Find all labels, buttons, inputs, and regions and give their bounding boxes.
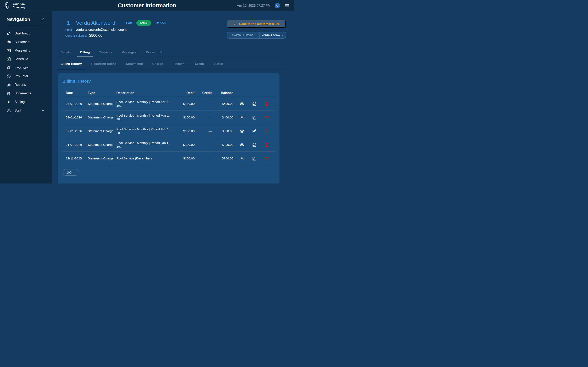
email-value: verda-altenwerth@example.nonono: [76, 28, 127, 31]
table-row: 01-07-2026 Statement Charge Pool Service…: [62, 138, 275, 152]
caret-down-icon: [281, 34, 284, 36]
balance-label: Current Balance:: [65, 34, 87, 37]
switch-customer-label[interactable]: Switch Customer: [227, 32, 259, 38]
view-row-button[interactable]: [240, 115, 244, 120]
edit-row-button[interactable]: [252, 115, 257, 120]
col-debit: Debit: [177, 91, 196, 95]
sidebar-item-dashboard[interactable]: Dashboard: [0, 29, 52, 38]
tab-details[interactable]: Details: [58, 50, 74, 57]
home-icon: [7, 31, 11, 36]
sidebar-item-messaging[interactable]: Messaging: [0, 46, 52, 55]
gear-icon: [7, 100, 11, 104]
billing-subtabs: Billing History Recurring Billing Statem…: [58, 57, 286, 69]
customer-balance-row: Current Balance: $500.00: [65, 33, 165, 38]
delete-row-button[interactable]: [264, 142, 269, 147]
customer-header: Verda Altenwerth Edit Active Cancel Emai…: [58, 20, 286, 39]
sidebar-item-inventory[interactable]: Inventory: [0, 63, 52, 72]
trash-icon: [264, 129, 269, 133]
cancel-link[interactable]: Cancel: [156, 21, 165, 25]
customer-name: Verda Altenwerth: [76, 20, 117, 26]
staff-icon: [7, 108, 11, 113]
edit-row-button[interactable]: [252, 101, 257, 106]
subtab-status[interactable]: Status: [210, 62, 226, 69]
pencil-square-icon: [252, 129, 257, 133]
eye-icon: [240, 142, 244, 147]
dollar-circle-icon: $: [7, 74, 11, 78]
table-row: 12-11-2025 Statement Charge Pool Service…: [62, 152, 275, 165]
view-row-button[interactable]: [240, 129, 244, 133]
view-row-button[interactable]: [240, 101, 244, 106]
switch-customer-value[interactable]: Verda Altenw: [259, 32, 286, 38]
delete-row-button[interactable]: [264, 101, 269, 106]
billing-history-card: Billing History Date Type Description De…: [58, 73, 279, 184]
table-row: 02-01-2026 Statement Charge Pool Service…: [62, 124, 275, 138]
delete-row-button[interactable]: [264, 115, 269, 120]
envelope-icon: [7, 48, 11, 53]
close-icon[interactable]: [41, 17, 45, 21]
tab-messages[interactable]: Messages: [119, 50, 139, 57]
sidebar-item-staff[interactable]: Staff: [0, 106, 52, 115]
subtab-charge[interactable]: Charge: [149, 62, 166, 69]
col-date: Date: [62, 91, 86, 95]
col-balance: Balance: [213, 91, 234, 95]
edit-row-button[interactable]: [252, 156, 257, 161]
sidebar-item-reports[interactable]: Reports: [0, 81, 52, 89]
back-to-customers-button[interactable]: Back to the customer's list.: [227, 20, 286, 28]
table-row: 04-01-2026 Statement Charge Pool Service…: [62, 97, 275, 111]
eye-icon: [240, 129, 244, 133]
col-credit: Credit: [196, 91, 213, 95]
pencil-square-icon: [252, 142, 257, 147]
subtab-recurring-billing[interactable]: Recurring Billing: [88, 62, 120, 69]
sidebar-divider: [7, 26, 45, 26]
eye-icon: [240, 101, 244, 106]
user-avatar[interactable]: O: [275, 3, 280, 8]
table-header-row: Date Type Description Debit Credit Balan…: [62, 89, 275, 97]
email-label: Email:: [65, 28, 73, 31]
pencil-icon: [121, 21, 125, 25]
subtab-payment[interactable]: Payment: [170, 62, 189, 69]
sidebar-item-schedule[interactable]: Schedule: [0, 55, 52, 63]
trash-icon: [264, 142, 269, 147]
customers-icon: [7, 40, 11, 44]
view-row-button[interactable]: [240, 142, 244, 147]
sidebar-item-statements[interactable]: Statements: [0, 89, 52, 98]
page-size-dropdown[interactable]: 100: [62, 169, 79, 175]
hamburger-menu-icon[interactable]: [284, 3, 290, 8]
status-badge: Active: [136, 20, 151, 26]
top-bar: Your Pool Company Customer Information A…: [0, 0, 294, 11]
trash-icon: [264, 156, 269, 161]
app-window: Your Pool Company Customer Information A…: [0, 0, 294, 184]
sidebar-item-customers[interactable]: Customers: [0, 38, 52, 46]
subtab-billing-history[interactable]: Billing History: [58, 62, 85, 69]
edit-row-button[interactable]: [252, 129, 257, 133]
trash-icon: [264, 101, 269, 106]
trash-icon: [264, 115, 269, 120]
caret-down-icon: [74, 171, 76, 174]
clipboard-check-icon: [7, 66, 11, 70]
switch-customer-button[interactable]: Switch Customer Verda Altenw: [227, 32, 286, 39]
tab-passwords[interactable]: Passwords: [143, 50, 165, 57]
customer-person-icon: [65, 20, 71, 26]
edit-row-button[interactable]: [252, 142, 257, 147]
tab-services[interactable]: Services: [96, 50, 115, 57]
delete-row-button[interactable]: [264, 156, 269, 161]
col-type: Type: [86, 91, 115, 95]
company-logo[interactable]: Your Pool Company: [0, 1, 52, 10]
sidebar-item-pay-total[interactable]: $ Pay Total: [0, 72, 52, 81]
eye-icon: [240, 156, 244, 161]
current-datetime: Apr 10, 2026 07:27 PM: [237, 4, 270, 8]
sidebar-item-settings[interactable]: Settings: [0, 98, 52, 106]
tab-billing[interactable]: Billing: [77, 50, 93, 57]
subtab-credit[interactable]: Credit: [192, 62, 207, 69]
view-row-button[interactable]: [240, 156, 244, 161]
pencil-square-icon: [252, 101, 257, 106]
pencil-square-icon: [252, 156, 257, 161]
bar-chart-icon: [7, 83, 11, 87]
edit-customer-link[interactable]: Edit: [121, 21, 132, 25]
subtab-statements[interactable]: Statements: [123, 62, 146, 69]
arrow-left-icon: [233, 22, 237, 26]
eye-icon: [240, 115, 244, 120]
col-description: Description: [115, 91, 177, 95]
delete-row-button[interactable]: [264, 129, 269, 133]
balance-value: $500.00: [89, 33, 103, 38]
